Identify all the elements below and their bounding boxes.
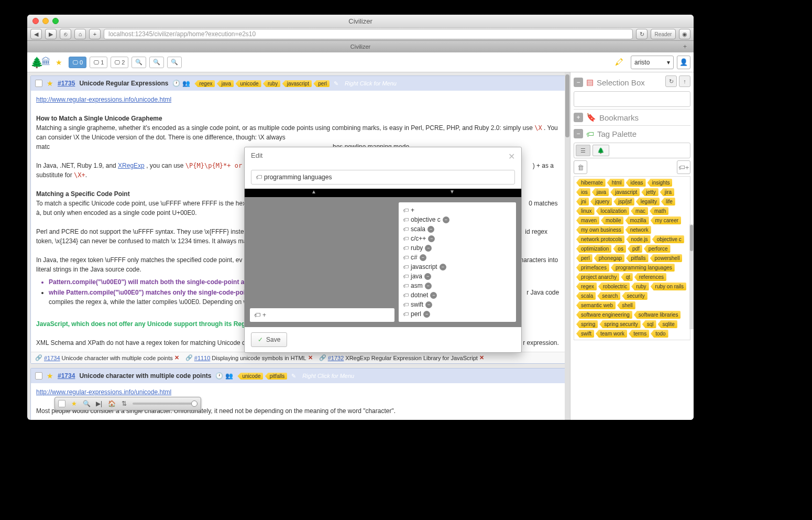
new-tab-button[interactable]: + — [683, 43, 690, 50]
palette-tag[interactable]: localization — [596, 207, 629, 215]
palette-tag[interactable]: search — [597, 292, 620, 300]
palette-tag[interactable]: pitfalls — [626, 254, 648, 262]
palette-tag[interactable]: jetty — [641, 188, 658, 196]
star-toggle[interactable]: ★ — [52, 57, 65, 68]
palette-tag[interactable]: primefaces — [576, 264, 609, 272]
palette-tag[interactable]: ruby — [631, 283, 649, 290]
palette-tag[interactable]: jni — [576, 198, 589, 205]
palette-tag[interactable]: qt — [621, 273, 632, 281]
fb-checkbox[interactable] — [58, 400, 65, 407]
palette-tag[interactable]: sql — [642, 320, 656, 328]
card-checkbox[interactable] — [35, 80, 42, 87]
child-tag-item[interactable]: 🏷javascript − — [403, 262, 512, 272]
clock-icon[interactable]: 🕐 — [172, 80, 180, 87]
url-bar[interactable]: localhost:12345/civilizer/app/home?execu… — [104, 29, 633, 39]
main-scrollbar[interactable] — [565, 72, 570, 420]
child-tag-item[interactable]: 🏷dotnet − — [403, 290, 512, 300]
tag[interactable]: ruby — [263, 80, 280, 87]
move-down-button[interactable]: ▼ — [383, 189, 521, 197]
palette-tag[interactable]: sqlite — [658, 320, 677, 328]
tag[interactable]: java — [217, 80, 234, 87]
user-dropdown[interactable]: aristo▾ — [631, 56, 674, 69]
tag[interactable]: unicode — [236, 80, 261, 87]
palette-tag[interactable]: javascript — [610, 188, 640, 196]
search-button-2[interactable]: 🔍 — [149, 57, 164, 68]
child-tag-item[interactable]: 🏷ruby − — [403, 243, 512, 253]
palette-tag[interactable]: os — [613, 245, 626, 253]
palette-tag[interactable]: math — [650, 207, 668, 215]
search-icon[interactable]: 🔍 — [82, 399, 91, 408]
nav-refresh[interactable]: ↻ — [665, 75, 677, 87]
panel-2-button[interactable]: 🖵 2 — [111, 57, 128, 68]
palette-tag[interactable]: semantic web — [576, 301, 616, 309]
share-button[interactable]: ⎋ — [60, 29, 71, 39]
palette-tag[interactable]: phonegap — [594, 254, 625, 262]
palette-tag[interactable]: swift — [576, 330, 594, 338]
palette-tag[interactable]: project anarchy — [576, 273, 619, 281]
palette-tag[interactable]: perforce — [644, 245, 671, 253]
move-up-button[interactable]: ▲ — [245, 189, 383, 197]
palette-tag[interactable]: node.js — [626, 235, 650, 243]
star-icon[interactable]: ★ — [70, 399, 78, 408]
reader-button[interactable]: Reader — [651, 29, 676, 39]
palette-tag[interactable]: mozilla — [625, 216, 649, 224]
palette-tag[interactable]: perl — [576, 254, 592, 262]
card-url-link[interactable]: http://www.regular-expressions.info/unic… — [36, 96, 171, 103]
zoom-slider[interactable] — [133, 403, 197, 405]
list-view-button[interactable]: ☰ — [576, 145, 590, 156]
browser-tab[interactable]: Civilizer — [27, 44, 694, 50]
palette-tag[interactable]: scala — [576, 292, 596, 300]
related-item[interactable]: 🔗#1110 Displaying unicode symbols in HTM… — [185, 354, 313, 361]
card-url-link[interactable]: http://www.regular-expressions.info/unic… — [36, 388, 171, 396]
palette-tag[interactable]: spring security — [599, 320, 640, 328]
palette-tag[interactable]: jquery — [590, 198, 612, 205]
forward-button[interactable]: ▶ — [45, 29, 57, 39]
sidebar-scrollbar[interactable] — [689, 224, 694, 329]
palette-tag[interactable]: jsp/jsf — [613, 198, 634, 205]
search-button-3[interactable]: 🔍 — [167, 57, 182, 68]
palette-tag[interactable]: network — [626, 226, 651, 234]
tag[interactable]: javascript — [282, 80, 312, 87]
palette-tag[interactable]: html — [607, 179, 624, 187]
palette-tag[interactable]: spring — [576, 320, 598, 328]
user-menu-button[interactable]: 👤 — [677, 56, 690, 69]
card-id[interactable]: #1735 — [58, 80, 75, 87]
palette-tag[interactable]: terms — [629, 330, 649, 338]
tree-view-button[interactable]: 🌲 — [592, 145, 609, 156]
palette-tag[interactable]: programming languages — [611, 264, 675, 272]
panel-1-button[interactable]: 🖵 1 — [90, 57, 107, 68]
collapse-button[interactable]: − — [574, 129, 583, 138]
palette-tag[interactable]: regex — [576, 283, 597, 290]
nav-up[interactable]: ↑ — [679, 75, 690, 87]
palette-tag[interactable]: team work — [596, 330, 627, 338]
palette-tag[interactable]: linux — [576, 207, 595, 215]
tag[interactable]: unicode — [237, 373, 263, 380]
palette-tag[interactable]: my own business — [576, 226, 624, 234]
tag[interactable]: regex — [194, 80, 215, 87]
palette-tag[interactable]: maven — [576, 216, 599, 224]
palette-tag[interactable]: jira — [660, 188, 674, 196]
palette-tag[interactable]: objective c — [652, 235, 684, 243]
reload-button[interactable]: ↻ — [636, 29, 648, 39]
palette-tag[interactable]: my career — [651, 216, 681, 224]
close-icon[interactable]: ✕ — [508, 151, 515, 161]
palette-tag[interactable]: optimization — [576, 245, 611, 253]
palette-tag[interactable]: life — [661, 198, 675, 205]
panel-0-button[interactable]: 🖵 0 — [69, 57, 86, 68]
clock-icon[interactable]: 🕐 — [215, 372, 223, 380]
child-tag-item[interactable]: 🏷c/c++ − — [403, 234, 512, 243]
group-icon[interactable]: 👥 — [225, 372, 233, 380]
related-item[interactable]: 🔗#1732 XRegExp Regular Expression Librar… — [319, 354, 484, 361]
palette-tag[interactable]: java — [592, 188, 609, 196]
child-tag-item[interactable]: 🏷perl − — [403, 309, 512, 319]
palette-tag[interactable]: ideas — [626, 179, 646, 187]
sort-icon[interactable]: ⇅ — [120, 399, 128, 408]
tag[interactable]: perl — [313, 80, 330, 87]
palette-tag[interactable]: mobile — [601, 216, 623, 224]
expand-button[interactable]: + — [574, 113, 583, 122]
home-icon[interactable]: 🏠 — [107, 399, 116, 408]
save-button[interactable]: ✓ Save — [251, 332, 287, 347]
child-tag-item[interactable]: 🏷asm − — [403, 281, 512, 290]
search-button-1[interactable]: 🔍 — [131, 57, 146, 68]
star-icon[interactable]: ★ — [47, 372, 53, 380]
